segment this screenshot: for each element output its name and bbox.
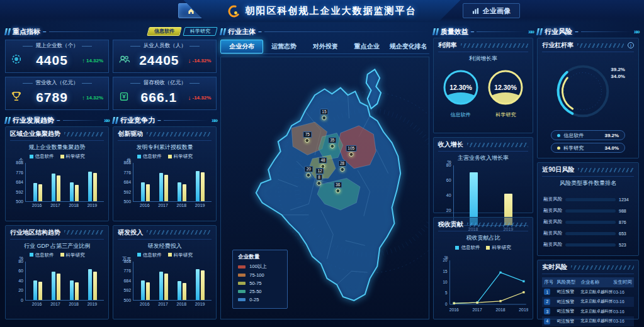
bar-group [196, 269, 205, 300]
x-axis-labels: 2016201720182019 [133, 203, 212, 208]
pin-icon [349, 152, 353, 157]
bar [141, 182, 145, 201]
y-axis: 万元500592684776868 [118, 262, 133, 301]
header-bar: 行业概览 朝阳区科创规上企业大数据监测平台 企业画像 [0, 0, 644, 23]
row-index: 1 [544, 289, 550, 295]
bar [164, 274, 168, 299]
y-tick: 684 [123, 279, 131, 283]
bar-group [159, 272, 168, 299]
legend-item: 信息软件 [30, 153, 54, 160]
tax-contribution-panel: 税收贡献 税收贡献占比 信息软件科学研究 %051015202016201720… [433, 217, 534, 319]
pin-icon [330, 144, 334, 148]
y-tick: 60 [446, 178, 451, 182]
svg-text:15: 15 [443, 269, 448, 274]
table-row[interactable]: 3司法预警北京启航卓越科技有限公司03-16 [542, 307, 634, 317]
map-marker[interactable]: 28 [338, 160, 346, 172]
y-tick: 80 [18, 259, 23, 263]
map-marker[interactable]: 48 [319, 157, 327, 169]
arrow-down-icon: ↓ [188, 57, 191, 64]
legend-item: 信息软件 [30, 252, 54, 258]
panel-subtitle: 税收贡献 [438, 220, 463, 229]
risk-bar-row: 融资风险523 [542, 241, 634, 248]
bar [88, 269, 92, 299]
bar [75, 282, 79, 300]
tab-企业分布[interactable]: 企业分布 [220, 40, 263, 53]
x-tick: 2019 [88, 302, 98, 306]
section-more-arrows[interactable]: »» [528, 28, 533, 35]
y-tick: 592 [123, 190, 131, 194]
row-index: 2 [544, 299, 550, 305]
map-marker[interactable]: 75 [303, 131, 312, 143]
svg-text:12.30%: 12.30% [449, 84, 472, 91]
section-industry-body: 行业主体 – [220, 25, 429, 38]
bar [183, 184, 186, 201]
section-line [164, 120, 209, 121]
y-tick: 500 [16, 199, 23, 204]
bar [70, 182, 74, 201]
marker-value: 75 [303, 131, 312, 138]
occur-date: 03-16 [613, 309, 632, 314]
marker-value: 15 [320, 109, 328, 115]
svg-text:2017: 2017 [472, 308, 482, 312]
bar-group [33, 183, 42, 201]
tab-对外投资[interactable]: 对外投资 [305, 40, 346, 53]
x-tick: 2019 [195, 203, 205, 208]
risk-bar-row: 融资风险1234 [542, 196, 634, 202]
risk-ranking-bars: 融资风险1234融资风险988融资风险876融资风险653融资风险523 [542, 191, 634, 253]
pin-icon [322, 116, 326, 120]
section-line [63, 120, 101, 121]
bar [159, 272, 163, 299]
table-row[interactable]: 4司法预警北京启航卓越科技有限公司03-16 [542, 316, 634, 326]
map-marker[interactable]: 15 [320, 109, 328, 120]
bar [93, 173, 97, 201]
map-stage: 15753510548282012836 企业数量 100以上75-10050-… [221, 57, 428, 319]
section-more-arrows[interactable]: »» [104, 116, 109, 124]
chart-title: 风险类型事件数量排名 [542, 179, 634, 187]
table-header-cell: 风险类型 [556, 279, 580, 285]
tab-重点企业[interactable]: 重点企业 [346, 40, 388, 53]
map-marker[interactable]: 8 [316, 174, 322, 186]
stat-card-value: 666.1 [141, 90, 178, 105]
section-more-arrows[interactable]: »» [212, 116, 217, 124]
pin-icon [340, 167, 344, 172]
stat-card-label: 从业人员数（人） [118, 42, 212, 50]
map-marker[interactable]: 105 [346, 145, 356, 157]
platform-logo-icon [228, 5, 240, 18]
filter-pill[interactable]: 信息软件 [147, 27, 182, 36]
bar [52, 174, 55, 201]
table-row[interactable]: 2司法预警北京启航卓越科技有限公司03-16 [542, 297, 634, 307]
stat-card: 规上企业数（个）4405↑14.32% [5, 40, 109, 73]
x-tick: 2018 [69, 302, 79, 306]
bar [146, 282, 150, 300]
arrow-down-icon: ↓ [188, 94, 191, 101]
map-marker[interactable]: 36 [334, 182, 342, 193]
leverage-panel: 行业杠杆率 i 39.2% 34.0% 信息软件 [537, 38, 639, 158]
tab-运营态势[interactable]: 运营态势 [263, 40, 305, 53]
section-title: 重点指标 [13, 27, 40, 36]
bar-group [159, 173, 168, 201]
tab-规企变化排名[interactable]: 规企变化排名 [388, 40, 429, 53]
recent-risk-panel: 近90日风险 风险类型事件数量排名 融资风险1234融资风险988融资风险876… [537, 162, 639, 256]
x-tick: 2017 [158, 302, 168, 306]
svg-text:5: 5 [445, 291, 448, 295]
chart-title: 行业 GDP 占第三产业比例 [10, 242, 104, 250]
legend-item: 信息软件 [137, 252, 162, 258]
bar-group [88, 269, 97, 299]
company-name: 北京启航卓越科技有限公司 [580, 318, 613, 324]
info-icon[interactable]: i [628, 42, 634, 48]
map-marker[interactable]: 35 [328, 137, 336, 148]
nav-enterprise-portrait[interactable]: 企业画像 [463, 3, 520, 18]
x-tick: 2017 [50, 203, 60, 208]
bar [183, 283, 186, 299]
map-marker[interactable]: 20 [305, 166, 313, 177]
filter-pill[interactable]: 科学研究 [183, 27, 218, 36]
section-quality: 质量效益 – »» [433, 25, 534, 38]
key-indicator-cards: 规上企业数（个）4405↑14.32%从业人员数（人）24405↓-14.32%… [5, 40, 217, 110]
risk-type: 司法预警 [556, 289, 580, 295]
x-tick: 2018 [69, 203, 79, 208]
svg-text:20: 20 [443, 258, 448, 262]
profit-rate-panel: 利润率 利润增长率 12.30%信息软件12.30%科学研究 [433, 38, 534, 133]
section-more-arrows[interactable]: »» [634, 28, 639, 35]
stat-card-label: 规上企业数（个） [10, 42, 104, 50]
table-row[interactable]: 1司法预警北京启航卓越科技有限公司03-16 [542, 287, 634, 297]
